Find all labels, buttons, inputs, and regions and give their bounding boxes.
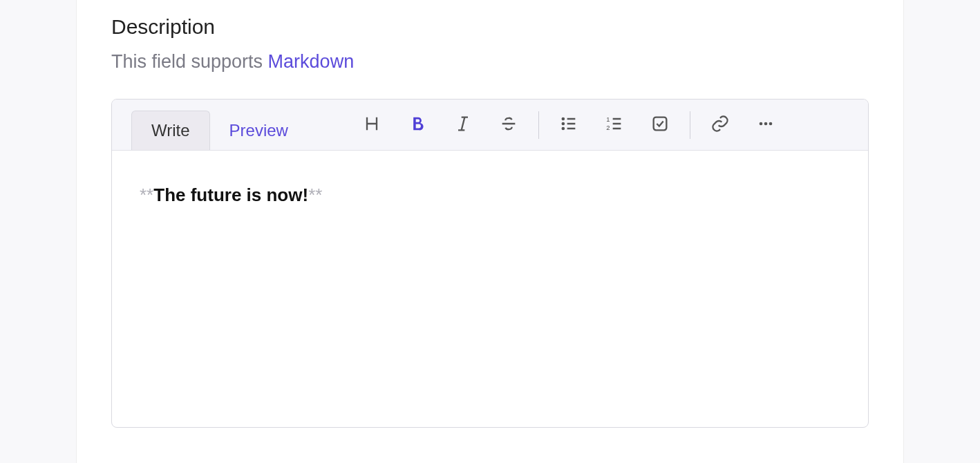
svg-point-8 (769, 122, 773, 125)
tab-write[interactable]: Write (131, 111, 210, 150)
svg-text:2: 2 (606, 124, 610, 131)
markdown-editor: Write Preview (111, 99, 869, 428)
more-icon (756, 114, 775, 136)
svg-point-6 (760, 122, 763, 125)
italic-button[interactable] (440, 100, 486, 151)
heading-button[interactable] (349, 100, 395, 151)
bold-button[interactable] (395, 100, 440, 151)
checklist-icon (650, 114, 670, 136)
numbered-list-icon: 12 (605, 114, 624, 136)
svg-rect-5 (654, 117, 667, 130)
numbered-list-button[interactable]: 12 (592, 100, 637, 151)
svg-text:1: 1 (606, 115, 610, 122)
bullet-list-button[interactable] (546, 100, 592, 151)
link-icon (710, 114, 730, 136)
italic-icon (453, 114, 473, 136)
link-button[interactable] (697, 100, 743, 151)
help-prefix: This field supports (111, 51, 268, 72)
bold-icon (408, 114, 427, 136)
more-button[interactable] (743, 100, 789, 151)
checklist-button[interactable] (637, 100, 683, 151)
editor-textarea[interactable]: **The future is now!** (112, 151, 868, 427)
svg-point-2 (563, 127, 564, 129)
markdown-syntax: ** (308, 185, 322, 205)
editor-toolbar: Write Preview (112, 100, 868, 151)
markdown-link[interactable]: Markdown (268, 51, 355, 72)
tab-preview[interactable]: Preview (210, 111, 308, 150)
toolbar-divider (690, 111, 690, 139)
help-text: This field supports Markdown (111, 51, 869, 73)
svg-point-1 (563, 122, 564, 124)
editor-text: The future is now! (153, 185, 308, 205)
svg-point-0 (563, 117, 564, 119)
bullet-list-icon (559, 114, 578, 136)
toolbar-divider (538, 111, 539, 139)
strikethrough-button[interactable] (486, 100, 531, 151)
svg-point-7 (764, 122, 768, 125)
markdown-syntax: ** (140, 185, 153, 205)
strikethrough-icon (499, 114, 518, 136)
description-label: Description (111, 15, 869, 39)
heading-icon (362, 114, 381, 136)
